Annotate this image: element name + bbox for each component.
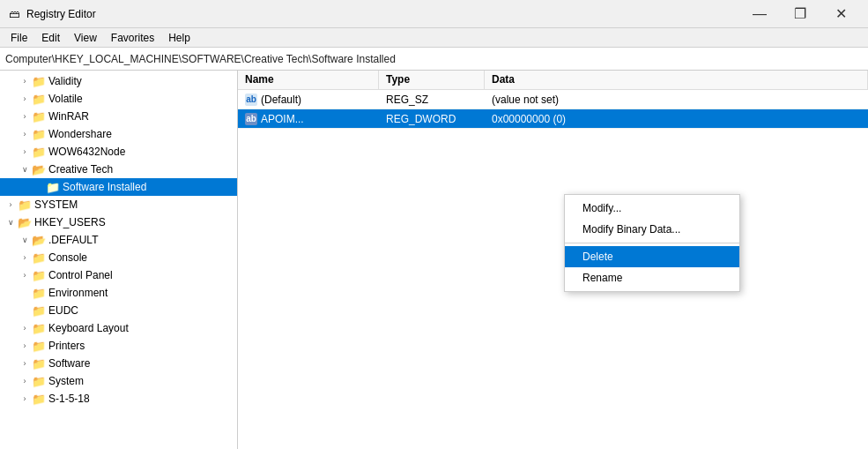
menu-file[interactable]: File [4,30,34,46]
expand-icon: › [18,321,32,335]
expand-icon: › [18,356,32,370]
cell-data: 0x00000000 (0) [485,111,868,127]
menu-edit[interactable]: Edit [34,30,67,46]
app-icon: 🗃 [7,7,21,21]
tree-item-keyboard-layout[interactable]: › 📁 Keyboard Layout [0,319,237,337]
folder-icon: 📁 [32,374,46,388]
folder-icon: 📁 [32,268,46,282]
tree-item-printers[interactable]: › 📁 Printers [0,337,237,355]
tree-label: HKEY_USERS [34,216,106,228]
restore-button[interactable]: ❐ [780,0,820,28]
tree-label: Control Panel [48,269,113,281]
expand-icon: › [18,92,32,106]
value-icon-dword: ab [245,113,257,125]
tree-item-environment[interactable]: 📁 Environment [0,284,237,302]
tree-panel: › 📁 Validity › 📁 Volatile › 📁 WinRAR › 📁… [0,71,238,449]
title-bar: 🗃 Registry Editor — ❐ ✕ [0,0,868,28]
tree-item-system[interactable]: › 📁 SYSTEM [0,196,237,213]
tree-label: WinRAR [48,110,89,123]
tree-item-software-installed[interactable]: 📁 Software Installed [0,178,237,196]
ctx-modify-binary[interactable]: Modify Binary Data... [565,219,739,240]
tree-item-software[interactable]: › 📁 Software [0,355,237,372]
menu-view[interactable]: View [67,30,104,46]
tree-label: Printers [48,340,85,352]
tree-item-default[interactable]: ∨ 📂 .DEFAULT [0,231,237,249]
expand-icon: ∨ [4,215,18,229]
folder-icon: 📂 [18,215,32,229]
menu-help[interactable]: Help [161,30,197,46]
menu-bar: File Edit View Favorites Help [0,28,868,48]
tree-label: Software Installed [63,181,146,193]
tree-item-system2[interactable]: › 📁 System [0,372,237,390]
tree-label: SYSTEM [34,198,78,211]
folder-icon: 📁 [32,286,46,300]
tree-label: Creative Tech [48,163,113,176]
expand-icon [32,180,46,194]
menu-favorites[interactable]: Favorites [104,30,161,46]
table-row[interactable]: ab APOIM... REG_DWORD 0x00000000 (0) [238,109,868,129]
folder-icon: 📁 [32,127,46,141]
ctx-modify[interactable]: Modify... [565,198,739,219]
tree-item-volatile[interactable]: › 📁 Volatile [0,90,237,108]
table-row[interactable]: ab (Default) REG_SZ (value not set) [238,90,868,109]
ctx-separator [565,243,739,243]
detail-rows: ab (Default) REG_SZ (value not set) ab A… [238,90,868,449]
tree-item-hkey-users[interactable]: ∨ 📂 HKEY_USERS [0,213,237,231]
expand-icon [18,286,32,300]
detail-header: Name Type Data [238,71,868,90]
folder-icon: 📁 [32,356,46,370]
folder-icon: 📁 [18,198,32,212]
expand-icon: ∨ [18,233,32,247]
cell-type: REG_SZ [379,92,485,108]
tree-item-console[interactable]: › 📁 Console [0,249,237,266]
tree-content: › 📁 Validity › 📁 Volatile › 📁 WinRAR › 📁… [0,71,237,449]
expand-icon: › [4,198,18,212]
col-header-name: Name [238,71,379,89]
tree-label: Validity [48,75,82,87]
expand-icon: › [18,268,32,282]
tree-label: Console [48,251,87,264]
detail-panel: Name Type Data ab (Default) REG_SZ (valu… [238,71,868,449]
folder-icon: 📂 [32,233,46,247]
tree-label: WOW6432Node [48,146,125,158]
tree-label: S-1-5-18 [48,393,90,405]
minimize-button[interactable]: — [739,0,780,28]
expand-icon [18,303,32,318]
tree-label: EUDC [48,304,78,317]
tree-item-winrar[interactable]: › 📁 WinRAR [0,108,237,125]
folder-icon: 📁 [32,74,46,88]
tree-label: Environment [48,287,108,299]
ctx-rename[interactable]: Rename [565,267,739,288]
tree-item-wondershare[interactable]: › 📁 Wondershare [0,125,237,143]
tree-item-control-panel[interactable]: › 📁 Control Panel [0,266,237,284]
window-controls: — ❐ ✕ [739,0,861,28]
col-header-type: Type [379,71,485,89]
main-area: › 📁 Validity › 📁 Volatile › 📁 WinRAR › 📁… [0,71,868,449]
tree-item-creative-tech[interactable]: ∨ 📂 Creative Tech [0,161,237,178]
tree-label: Keyboard Layout [48,322,129,334]
tree-item-s-1-5-18[interactable]: › 📁 S-1-5-18 [0,390,237,408]
tree-item-wow6432[interactable]: › 📁 WOW6432Node [0,143,237,161]
expand-icon: › [18,374,32,388]
cell-type: REG_DWORD [379,111,485,127]
ctx-delete[interactable]: Delete [565,246,739,267]
close-button[interactable]: ✕ [820,0,861,28]
folder-icon: 📁 [32,145,46,159]
folder-icon: 📂 [32,162,46,176]
tree-item-validity[interactable]: › 📁 Validity [0,72,237,90]
tree-label: Wondershare [48,128,112,140]
context-menu: Modify... Modify Binary Data... Delete R… [564,194,740,292]
folder-icon: 📁 [32,251,46,265]
tree-item-eudc[interactable]: 📁 EUDC [0,302,237,319]
folder-icon: 📁 [32,109,46,123]
folder-icon: 📁 [32,303,46,318]
tree-label: Software [48,357,90,370]
folder-icon: 📁 [32,339,46,353]
expand-icon: › [18,145,32,159]
expand-icon: ∨ [18,162,32,176]
cell-data: (value not set) [485,92,868,108]
folder-icon: 📁 [46,180,60,194]
tree-label: Volatile [48,93,83,105]
tree-label: .DEFAULT [48,234,98,246]
expand-icon: › [18,127,32,141]
